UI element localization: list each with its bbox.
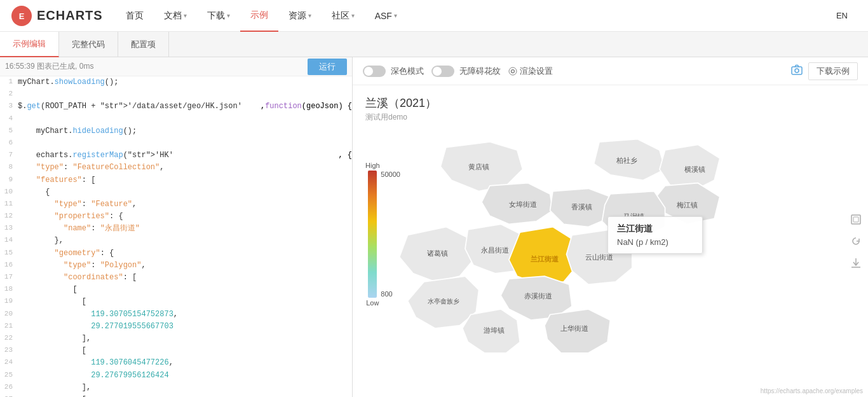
label-lanjiang: 兰江街道 xyxy=(531,255,559,263)
code-line: 26 ], xyxy=(0,382,352,394)
code-line: 16 "type": "Polygon", xyxy=(0,260,352,272)
download-example-button[interactable]: 下载示例 xyxy=(808,62,858,80)
code-line: 25 29.27679956126424 xyxy=(0,370,352,382)
svg-text:E: E xyxy=(19,11,25,21)
code-line: 14 }, xyxy=(0,235,352,247)
svg-point-5 xyxy=(795,69,799,73)
dark-mode-toggle[interactable] xyxy=(363,66,386,77)
code-line: 6 xyxy=(0,137,352,150)
label-meijiang: 梅江镇 xyxy=(676,201,698,209)
chart-title-main: 兰溪（2021） xyxy=(365,95,437,111)
toggle-knob xyxy=(364,67,373,76)
code-line: 1myChart.showLoading(); xyxy=(0,76,352,88)
code-line: 12 "properties": { xyxy=(0,211,352,223)
code-panel: 16:55:39 图表已生成, 0ms 运行 1myChart.showLoad… xyxy=(0,57,353,397)
legend: High 50000 800 Low xyxy=(365,162,380,307)
chevron-down-icon: ▾ xyxy=(184,12,187,19)
tab-full-code[interactable]: 完整代码 xyxy=(59,32,118,57)
code-line: 22 ], xyxy=(0,333,352,345)
svg-rect-6 xyxy=(851,215,860,224)
download-icon[interactable] xyxy=(849,256,863,270)
label-zhuge: 诸葛镇 xyxy=(427,249,448,257)
label-shuiting: 水亭畲族乡 xyxy=(428,298,459,305)
label-huangdian: 黄店镇 xyxy=(468,163,489,171)
code-line: 20 119.30705154752873, xyxy=(0,309,352,321)
code-line: 11 "type": "Feature", xyxy=(0,198,352,211)
chevron-down-icon: ▾ xyxy=(394,12,397,19)
code-line: 10 { xyxy=(0,186,352,198)
code-line: 19 [ xyxy=(0,296,352,308)
render-settings[interactable]: 渲染设置 xyxy=(508,66,553,77)
preview-panel: 深色模式 无障碍花纹 渲染设置 xyxy=(353,57,868,397)
code-line: 15 "geometry": { xyxy=(0,247,352,260)
preview-toolbar: 深色模式 无障碍花纹 渲染设置 xyxy=(353,57,868,85)
logo[interactable]: E ECHARTS xyxy=(10,4,103,27)
barrier-free-toggle-group: 无障碍花纹 xyxy=(431,66,501,77)
label-xiangxi: 香溪镇 xyxy=(571,203,592,211)
chevron-down-icon: ▾ xyxy=(308,12,311,19)
main-layout: 16:55:39 图表已生成, 0ms 运行 1myChart.showLoad… xyxy=(0,57,868,397)
lang-toggle[interactable]: EN xyxy=(826,11,858,20)
run-button[interactable]: 运行 xyxy=(308,59,347,75)
label-shanghua: 上华街道 xyxy=(560,324,588,332)
nav-resources[interactable]: 资源 ▾ xyxy=(278,0,322,32)
code-line: 23 [ xyxy=(0,345,352,357)
label-nübu: 女埠街道 xyxy=(509,200,537,208)
preview-actions: 下载示例 xyxy=(790,62,858,80)
code-line: 17 "coordinates": [ xyxy=(0,272,352,284)
code-lines: 1myChart.showLoading();2 3$.get(ROOT_PAT… xyxy=(0,76,352,397)
nav-docs[interactable]: 文档 ▾ xyxy=(154,0,197,32)
dark-mode-label: 深色模式 xyxy=(391,66,424,77)
nav-download[interactable]: 下载 ▾ xyxy=(197,0,240,32)
code-line: 9 "features": [ xyxy=(0,174,352,186)
legend-low-value: 800 xyxy=(381,290,392,298)
svg-rect-7 xyxy=(853,217,858,222)
tooltip-region-name: 兰江街道 xyxy=(617,223,693,235)
nav-community[interactable]: 社区 ▾ xyxy=(322,0,365,32)
label-hengxi: 横溪镇 xyxy=(685,165,706,173)
label-chixi: 赤溪街道 xyxy=(524,292,552,300)
expand-icon[interactable] xyxy=(849,212,863,226)
watermark: https://echarts.apache.org/examples xyxy=(761,387,863,394)
side-icons xyxy=(849,212,863,270)
map-tooltip: 兰江街道 NaN (p / km2) xyxy=(607,216,703,254)
barrier-free-label: 无障碍花纹 xyxy=(459,66,501,77)
barrier-free-toggle[interactable] xyxy=(431,66,454,77)
legend-gradient-bar xyxy=(368,171,377,298)
settings-icon xyxy=(508,67,517,76)
svg-point-2 xyxy=(512,69,515,73)
preview-content: 兰溪（2021） 测试用demo High 50000 800 Low xyxy=(353,85,868,397)
label-baishe: 柏社乡 xyxy=(616,157,637,164)
label-youbu: 游埠镇 xyxy=(484,326,505,334)
svg-rect-4 xyxy=(792,67,802,74)
code-line: 3$.get(ROOT_PATH + "str">'/data/asset/ge… xyxy=(0,101,352,113)
tooltip-region-value: NaN (p / km2) xyxy=(617,237,693,247)
code-line: 24 119.3076045477226, xyxy=(0,357,352,369)
camera-icon xyxy=(790,64,803,76)
nav-asf[interactable]: ASF ▾ xyxy=(365,0,407,32)
map-svg: 黄店镇 柏社乡 横溪镇 女埠街道 香溪镇 马涧镇 梅江镇 诸葛镇 永昌街道 兰江… xyxy=(394,120,846,394)
svg-point-3 xyxy=(509,67,517,75)
toggle-knob2 xyxy=(433,67,442,76)
label-yongchang: 永昌街道 xyxy=(481,246,509,254)
code-line: 18 [ xyxy=(0,284,352,296)
tab-config[interactable]: 配置项 xyxy=(118,32,169,57)
label-yunshan: 云山街道 xyxy=(585,253,613,261)
chevron-down-icon: ▾ xyxy=(227,12,230,19)
code-line: 13 "name": "永昌街道" xyxy=(0,223,352,235)
legend-low-label: Low xyxy=(366,299,379,307)
code-line: 5 myChart.hideLoading(); xyxy=(0,125,352,137)
logo-icon: E xyxy=(10,4,33,27)
navbar: E ECHARTS 首页 文档 ▾ 下载 ▾ 示例 资源 ▾ 社区 ▾ ASF … xyxy=(0,0,868,32)
code-toolbar: 16:55:39 图表已生成, 0ms 运行 xyxy=(0,57,352,76)
code-line: 7 echarts.registerMap("str">'HK', { xyxy=(0,150,352,162)
code-editor[interactable]: 1myChart.showLoading();2 3$.get(ROOT_PAT… xyxy=(0,76,352,397)
refresh-icon[interactable] xyxy=(849,234,863,248)
code-line: 4 xyxy=(0,113,352,125)
screenshot-button[interactable] xyxy=(790,64,803,78)
tab-example-editor[interactable]: 示例编辑 xyxy=(0,32,59,57)
nav-examples[interactable]: 示例 xyxy=(240,0,278,32)
nav-home[interactable]: 首页 xyxy=(116,0,154,32)
nav-items: 首页 文档 ▾ 下载 ▾ 示例 资源 ▾ 社区 ▾ ASF ▾ xyxy=(116,0,826,32)
logo-text: ECHARTS xyxy=(37,8,103,23)
